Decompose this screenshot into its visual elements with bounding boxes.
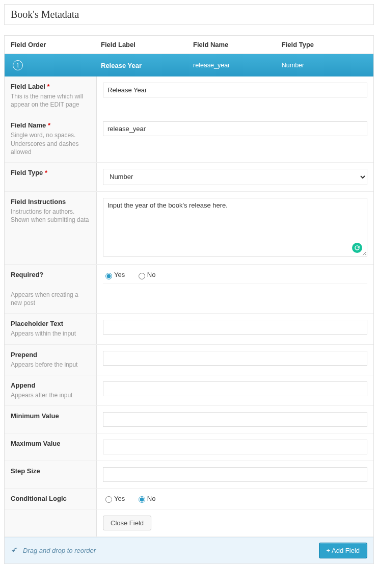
desc-field-label: This is the name which will appear on th… xyxy=(11,92,90,109)
desc-append: Appears after the input xyxy=(11,391,90,399)
label-required: Required? xyxy=(11,271,90,278)
radio-conditional-yes[interactable] xyxy=(105,496,112,503)
setting-required: Required? Appears when creating a new po… xyxy=(5,265,373,314)
footer-bar: Drag and drop to reorder + Add Field xyxy=(5,537,373,564)
label-placeholder: Placeholder Text xyxy=(11,320,90,327)
label-field-label: Field Label * xyxy=(11,83,90,90)
label-prepend: Prepend xyxy=(11,351,90,359)
label-field-name: Field Name * xyxy=(11,121,90,129)
input-step[interactable] xyxy=(103,467,367,482)
field-row[interactable]: 1 Release Year release_year Number xyxy=(5,54,373,76)
row-type: Number xyxy=(278,56,373,75)
order-badge: 1 xyxy=(13,60,23,70)
radio-conditional-no-label[interactable]: No xyxy=(136,495,156,502)
radio-required-yes[interactable] xyxy=(105,273,112,279)
input-prepend[interactable] xyxy=(103,351,367,366)
desc-placeholder: Appears within the input xyxy=(11,329,90,338)
grammarly-icon xyxy=(352,243,362,253)
label-append: Append xyxy=(11,381,90,389)
table-header: Field Order Field Label Field Name Field… xyxy=(5,36,373,54)
th-type: Field Type xyxy=(278,36,373,54)
input-field-label[interactable] xyxy=(103,83,367,97)
setting-field-type: Field Type * Number xyxy=(5,163,373,192)
th-order: Field Order xyxy=(5,36,97,54)
drag-hint: Drag and drop to reorder xyxy=(11,546,96,555)
radio-conditional-yes-label[interactable]: Yes xyxy=(103,495,125,502)
textarea-instructions[interactable]: Input the year of the book's release her… xyxy=(103,198,367,257)
setting-prepend: Prepend Appears before the input xyxy=(5,345,373,375)
label-min: Minimum Value xyxy=(11,412,90,420)
input-placeholder[interactable] xyxy=(103,320,367,335)
required-mark: * xyxy=(47,83,50,90)
desc-field-name: Single word, no spaces. Underscores and … xyxy=(11,131,90,156)
setting-close: Close Field xyxy=(5,509,373,537)
label-conditional: Conditional Logic xyxy=(11,495,90,502)
setting-max: Maximum Value xyxy=(5,433,373,461)
input-min[interactable] xyxy=(103,412,367,427)
input-append[interactable] xyxy=(103,381,367,396)
required-mark: * xyxy=(48,121,50,129)
row-label: Release Year xyxy=(97,56,189,75)
add-field-button[interactable]: + Add Field xyxy=(319,543,367,558)
row-order-cell: 1 xyxy=(5,54,97,76)
reorder-arrow-icon xyxy=(11,546,20,555)
setting-field-label: Field Label * This is the name which wil… xyxy=(5,76,373,115)
radio-required-no-label[interactable]: No xyxy=(136,271,156,278)
label-field-type: Field Type * xyxy=(11,169,90,176)
input-field-name[interactable] xyxy=(103,121,367,136)
radio-conditional-no[interactable] xyxy=(139,496,145,503)
setting-field-name: Field Name * Single word, no spaces. Und… xyxy=(5,115,373,163)
radio-required-yes-label[interactable]: Yes xyxy=(103,271,125,278)
desc-required: Appears when creating a new post xyxy=(11,291,90,307)
desc-instructions: Instructions for authors. Shown when sub… xyxy=(11,208,90,224)
radio-required-no[interactable] xyxy=(139,273,145,279)
setting-step: Step Size xyxy=(5,461,373,489)
th-name: Field Name xyxy=(189,36,278,54)
setting-conditional: Conditional Logic Yes No xyxy=(5,489,373,510)
row-name: release_year xyxy=(189,56,278,75)
select-field-type[interactable]: Number xyxy=(103,169,367,185)
label-step: Step Size xyxy=(11,467,90,475)
input-max[interactable] xyxy=(103,440,367,454)
label-max: Maximum Value xyxy=(11,440,90,447)
th-label: Field Label xyxy=(97,36,189,54)
panel-header: Book's Metadata xyxy=(4,4,374,25)
required-mark: * xyxy=(45,169,47,176)
label-instructions: Field Instructions xyxy=(11,198,90,206)
desc-prepend: Appears before the input xyxy=(11,361,90,369)
close-field-button[interactable]: Close Field xyxy=(103,516,151,530)
fields-box: Field Order Field Label Field Name Field… xyxy=(4,35,374,564)
setting-append: Append Appears after the input xyxy=(5,375,373,406)
setting-placeholder: Placeholder Text Appears within the inpu… xyxy=(5,314,373,344)
panel-title: Book's Metadata xyxy=(11,9,367,20)
setting-instructions: Field Instructions Instructions for auth… xyxy=(5,192,373,265)
setting-min: Minimum Value xyxy=(5,406,373,433)
